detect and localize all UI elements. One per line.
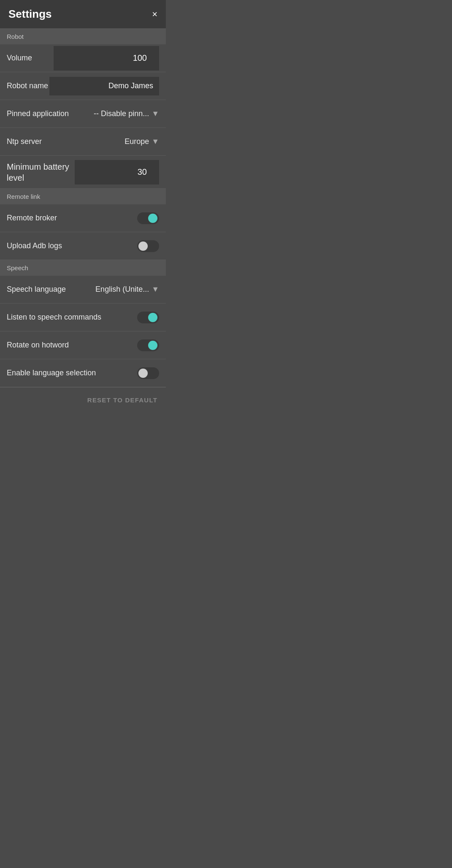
speech-language-label: Speech language (7, 285, 66, 294)
robot-name-input[interactable] (49, 77, 159, 95)
rotate-hotword-row: Rotate on hotword (0, 331, 166, 359)
upload-adb-thumb (138, 241, 148, 251)
volume-label: Volume (7, 54, 32, 62)
remote-broker-label: Remote broker (7, 214, 57, 222)
reset-bar: RESET TO DEFAULT (0, 387, 166, 412)
rotate-hotword-toggle[interactable] (137, 339, 159, 351)
enable-language-label: Enable language selection (7, 369, 96, 377)
rotate-hotword-label: Rotate on hotword (7, 341, 69, 350)
section-remote-link: Remote link (0, 189, 166, 204)
listen-speech-toggle[interactable] (137, 312, 159, 323)
speech-language-arrow: ▼ (152, 285, 159, 294)
section-robot: Robot (0, 29, 166, 44)
volume-input[interactable] (54, 46, 159, 71)
pinned-application-label: Pinned application (7, 109, 69, 118)
enable-language-thumb (138, 369, 148, 378)
remote-broker-row: Remote broker (0, 204, 166, 232)
ntp-server-row: Ntp server Europe ▼ (0, 128, 166, 156)
page-title: Settings (8, 8, 52, 21)
ntp-server-label: Ntp server (7, 137, 42, 146)
pinned-application-arrow: ▼ (152, 109, 159, 118)
close-button[interactable]: × (152, 9, 157, 20)
listen-speech-row: Listen to speech commands (0, 304, 166, 331)
robot-name-label: Robot name (7, 81, 48, 90)
rotate-hotword-thumb (148, 341, 157, 350)
pinned-application-dropdown[interactable]: -- Disable pinn... ▼ (94, 109, 159, 118)
section-speech: Speech (0, 260, 166, 276)
listen-speech-label: Listen to speech commands (7, 313, 101, 322)
pinned-application-row: Pinned application -- Disable pinn... ▼ (0, 100, 166, 128)
ntp-server-dropdown[interactable]: Europe ▼ (125, 137, 159, 146)
enable-language-row: Enable language selection (0, 359, 166, 387)
speech-language-dropdown[interactable]: English (Unite... ▼ (95, 285, 159, 294)
ntp-server-arrow: ▼ (152, 137, 159, 146)
remote-broker-thumb (148, 214, 157, 223)
upload-adb-toggle[interactable] (137, 240, 159, 252)
listen-speech-thumb (148, 313, 157, 322)
upload-adb-label: Upload Adb logs (7, 241, 62, 250)
upload-adb-row: Upload Adb logs (0, 232, 166, 260)
battery-input[interactable] (75, 160, 159, 184)
pinned-application-value: -- Disable pinn... (94, 109, 149, 118)
speech-language-row: Speech language English (Unite... ▼ (0, 276, 166, 304)
remote-broker-toggle[interactable] (137, 212, 159, 224)
volume-row: Volume (0, 44, 166, 72)
header: Settings × (0, 0, 166, 29)
settings-panel: Settings × Robot Volume Robot name Pinne… (0, 0, 166, 412)
reset-to-default-button[interactable]: RESET TO DEFAULT (87, 396, 157, 404)
battery-label: Minimum battery level (7, 161, 75, 183)
ntp-server-value: Europe (125, 137, 149, 146)
enable-language-toggle[interactable] (137, 367, 159, 379)
speech-language-value: English (Unite... (95, 285, 149, 294)
battery-row: Minimum battery level (0, 156, 166, 189)
robot-name-row: Robot name (0, 72, 166, 100)
